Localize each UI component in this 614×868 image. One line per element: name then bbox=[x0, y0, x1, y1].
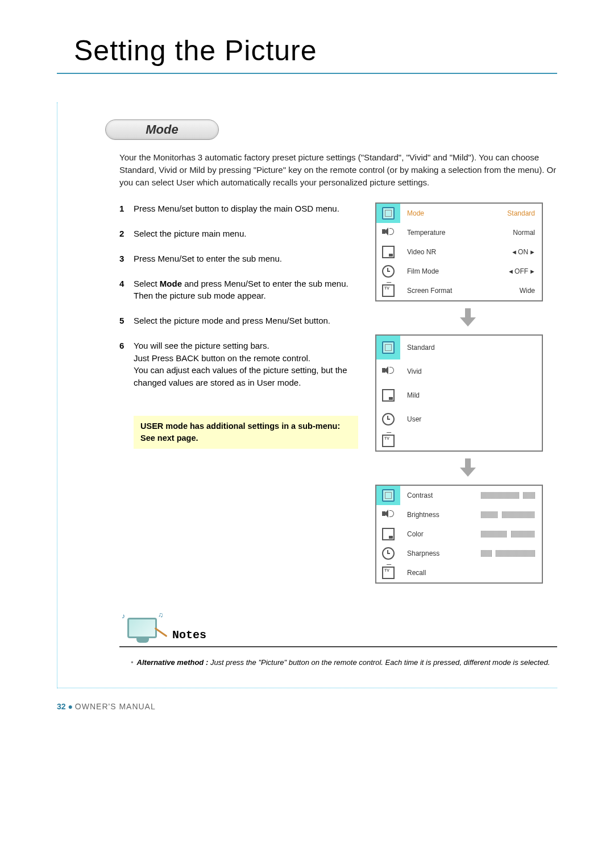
osd-mode-option: Vivid bbox=[407, 367, 422, 375]
picture-icon bbox=[376, 486, 400, 505]
osd-row-value: Normal bbox=[513, 229, 535, 237]
slider-bar bbox=[480, 550, 535, 557]
osd-row-label: Screen Format bbox=[407, 287, 452, 295]
osd-slider-panel: Contrast Brightness Color bbox=[375, 485, 543, 584]
osd-mode-option: Mild bbox=[407, 391, 420, 399]
page-number: 32 bbox=[57, 702, 66, 711]
clock-icon bbox=[376, 262, 400, 281]
step-item: 6You will see the picture setting bars. … bbox=[119, 340, 358, 389]
steps-list: 1Press Menu/set button to display the ma… bbox=[119, 202, 358, 389]
pip-icon bbox=[376, 383, 400, 407]
slider-label: Sharpness bbox=[407, 549, 439, 557]
osd-row-value: Wide bbox=[520, 287, 535, 295]
clock-icon bbox=[376, 407, 400, 431]
osd-mode-option: Standard bbox=[407, 344, 435, 352]
step-number: 6 bbox=[119, 340, 134, 389]
down-arrow-icon bbox=[460, 308, 476, 328]
step-text: You will see the picture setting bars. J… bbox=[134, 340, 358, 389]
step-item: 1Press Menu/set button to display the ma… bbox=[119, 202, 358, 215]
tv-icon bbox=[376, 281, 400, 300]
tv-icon bbox=[376, 431, 400, 450]
step-item: 2Select the picture main menu. bbox=[119, 228, 358, 240]
pip-icon bbox=[376, 524, 400, 544]
osd-row-label: Mode bbox=[407, 209, 424, 217]
slider-bar bbox=[480, 492, 535, 499]
osd-row-value: ◄ ON ► bbox=[511, 248, 535, 256]
down-arrow-icon bbox=[460, 458, 476, 478]
step-text: Select the picture mode and press Menu/S… bbox=[134, 315, 330, 327]
footer-label: OWNER'S MANUAL bbox=[75, 702, 156, 711]
clock-icon bbox=[376, 544, 400, 563]
section-pill: Mode bbox=[105, 119, 219, 140]
tv-icon bbox=[376, 563, 400, 582]
monitor-cartoon-icon: ♪♫ bbox=[119, 611, 168, 645]
step-number: 1 bbox=[119, 202, 134, 215]
slider-bar bbox=[480, 511, 535, 518]
osd-row-value: Standard bbox=[507, 209, 535, 217]
step-item: 3Press Menu/Set to enter the sub menu. bbox=[119, 253, 358, 265]
slider-label: Recall bbox=[407, 569, 426, 577]
osd-main-menu: ModeStandard TemperatureNormal Video NR◄… bbox=[375, 202, 543, 301]
osd-row-label: Film Mode bbox=[407, 267, 439, 275]
osd-row-label: Video NR bbox=[407, 248, 436, 256]
slider-label: Brightness bbox=[407, 511, 439, 519]
intro-paragraph: Your the Monitorhas 3 automatic factory … bbox=[119, 151, 557, 188]
step-text: Press Menu/set button to display the mai… bbox=[134, 202, 339, 215]
step-number: 3 bbox=[119, 253, 134, 265]
step-number: 5 bbox=[119, 315, 134, 327]
title-underline bbox=[57, 73, 557, 74]
highlight-note: USER mode has additional settings in a s… bbox=[134, 416, 358, 449]
notes-header: ♪♫ Notes bbox=[119, 611, 557, 647]
osd-mode-list: Standard Vivid Mild User bbox=[375, 334, 543, 452]
slider-label: Contrast bbox=[407, 491, 433, 499]
step-item: 4Select Mode and press Menu/Set to enter… bbox=[119, 278, 358, 303]
slider-label: Color bbox=[407, 530, 424, 538]
step-text: Select Mode and press Menu/Set to enter … bbox=[134, 278, 358, 303]
step-number: 4 bbox=[119, 278, 134, 303]
osd-mode-option: User bbox=[407, 415, 421, 423]
page-title: Setting the Picture bbox=[74, 34, 614, 67]
slider-bar bbox=[480, 531, 535, 538]
step-item: 5Select the picture mode and press Menu/… bbox=[119, 315, 358, 327]
picture-icon bbox=[376, 336, 400, 359]
pip-icon bbox=[376, 242, 400, 262]
sound-icon bbox=[376, 223, 400, 242]
step-text: Press Menu/Set to enter the sub menu. bbox=[134, 253, 282, 265]
note-text: •Alternative method : Just press the "Pi… bbox=[119, 658, 557, 668]
page-footer: 32 ● OWNER'S MANUAL bbox=[57, 702, 614, 711]
osd-row-value: ◄ OFF ► bbox=[508, 267, 535, 275]
osd-row-label: Temperature bbox=[407, 229, 445, 237]
picture-icon bbox=[376, 204, 400, 223]
step-number: 2 bbox=[119, 228, 134, 240]
notes-title: Notes bbox=[172, 629, 206, 645]
step-text: Select the picture main menu. bbox=[134, 228, 246, 240]
section-label: Mode bbox=[105, 119, 219, 140]
sound-icon bbox=[376, 359, 400, 383]
sound-icon bbox=[376, 505, 400, 524]
